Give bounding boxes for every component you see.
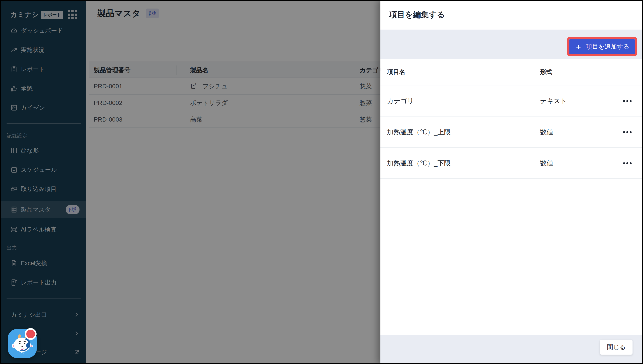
add-item-button-label: 項目を追加する xyxy=(586,42,630,51)
support-chat-widget[interactable] xyxy=(8,329,37,358)
list-divider xyxy=(380,178,643,179)
drawer-list-item: カテゴリ テキスト xyxy=(380,85,643,116)
item-more-menu-button[interactable] xyxy=(623,159,635,168)
list-header-format: 形式 xyxy=(540,59,552,85)
item-name: カテゴリ xyxy=(387,86,414,116)
item-format: 数値 xyxy=(540,116,553,148)
add-item-button[interactable]: ＋ 項目を追加する xyxy=(570,39,635,54)
item-name: 加熱温度（℃）_上限 xyxy=(387,116,450,148)
annotation-highlight: ＋ 項目を追加する xyxy=(567,37,637,56)
modal-dim-overlay[interactable] xyxy=(0,0,380,364)
item-more-menu-button[interactable] xyxy=(623,96,635,105)
drawer-title: 項目を編集する xyxy=(389,0,445,30)
list-header-name: 項目名 xyxy=(387,59,406,85)
drawer-list-header: 項目名 形式 xyxy=(380,59,643,85)
edit-items-drawer: 項目を編集する ＋ 項目を追加する 項目名 形式 カテゴリ テキスト 加熱温度（… xyxy=(380,0,643,364)
drawer-footer: 閉じる xyxy=(380,335,643,364)
drawer-toolbar: ＋ 項目を追加する xyxy=(380,30,643,59)
app-window: カミナシ レポート ダッシュボード 実施状況 レポート xyxy=(0,0,643,364)
plus-icon: ＋ xyxy=(575,43,582,50)
drawer-list-item: 加熱温度（℃）_上限 数値 xyxy=(380,116,643,147)
item-name: 加熱温度（℃）_下限 xyxy=(387,148,450,179)
drawer-list-item: 加熱温度（℃）_下限 数値 xyxy=(380,147,643,178)
item-format: 数値 xyxy=(540,148,553,179)
close-button[interactable]: 閉じる xyxy=(600,340,633,355)
notification-badge xyxy=(25,328,36,340)
item-format: テキスト xyxy=(540,86,567,116)
item-more-menu-button[interactable] xyxy=(623,128,635,136)
chat-avatar xyxy=(8,329,37,358)
